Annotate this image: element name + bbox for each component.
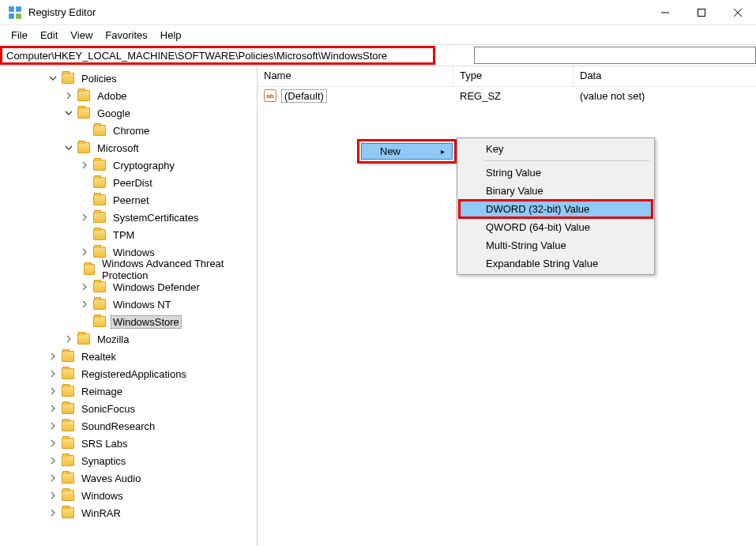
svg-rect-0 [9,6,14,12]
tree-node-label: RegisteredApplications [79,367,189,381]
tree-node[interactable]: Windows NT [0,296,257,313]
submenu-item[interactable]: String Value [459,164,653,182]
list-row[interactable]: ab (Default) REG_SZ (value not set) [258,87,756,104]
folder-icon [62,368,74,379]
context-submenu: KeyString ValueBinary ValueDWORD (32-bit… [457,137,655,275]
submenu-item[interactable]: Key [459,140,653,158]
tree-node[interactable]: RegisteredApplications [0,365,257,382]
tree-pane[interactable]: PoliciesAdobeGoogleChromeMicrosoftCrypto… [0,66,258,546]
value-type: REG_SZ [453,87,574,104]
tree-node-label: SRS Labs [79,437,130,450]
chevron-down-icon[interactable] [47,73,58,84]
menu-favorites[interactable]: Favorites [99,28,153,43]
svg-rect-5 [698,9,705,16]
chevron-right-icon[interactable] [47,351,58,362]
tree-node[interactable]: SRS Labs [0,435,257,452]
chevron-right-icon[interactable] [47,473,58,484]
col-type[interactable]: Type [453,66,574,86]
tree-node[interactable]: WinRAR [0,504,257,522]
tree-node-label: Mozilla [95,333,131,346]
chevron-right-icon[interactable] [47,420,58,431]
list-pane[interactable]: Name Type Data ab (Default) REG_SZ (valu… [258,66,756,546]
tree-node[interactable]: Windows [0,487,257,504]
minimize-button[interactable] [647,0,683,25]
context-menu-label: New [380,145,401,157]
submenu-item[interactable]: QWORD (64-bit) Value [459,218,653,236]
chevron-right-icon[interactable] [79,247,90,258]
tree-node[interactable]: Policies [0,70,257,87]
addressbar-blank-field[interactable] [474,47,756,64]
tree-node[interactable]: Peernet [0,191,257,209]
chevron-right-icon[interactable] [63,90,74,101]
chevron-right-icon[interactable] [47,368,58,379]
tree-node[interactable]: Synaptics [0,452,257,469]
maximize-button[interactable] [683,0,720,25]
folder-icon [77,333,90,345]
tree-node[interactable]: TPM [0,226,257,243]
folder-icon [62,386,74,397]
addressbar[interactable]: Computer\HKEY_LOCAL_MACHINE\SOFTWARE\Pol… [0,48,474,63]
folder-icon [93,281,106,292]
col-name[interactable]: Name [258,66,453,86]
chevron-right-icon: ▸ [441,147,445,156]
tree-node[interactable]: Google [0,104,257,122]
regedit-icon [8,6,22,20]
menu-view[interactable]: View [64,28,99,43]
chevron-down-icon[interactable] [63,142,74,153]
main-split: PoliciesAdobeGoogleChromeMicrosoftCrypto… [0,66,756,546]
tree-node-label: Cryptography [111,159,177,172]
tree-node[interactable]: Windows Advanced Threat Protection [0,261,257,278]
chevron-right-icon[interactable] [47,490,58,501]
close-button[interactable] [720,0,756,25]
tree-node[interactable]: SystemCertificates [0,209,257,226]
folder-icon [93,316,106,327]
chevron-down-icon[interactable] [63,107,74,119]
chevron-right-icon[interactable] [79,160,90,171]
folder-icon [93,177,106,188]
tree-node[interactable]: Chrome [0,122,257,139]
submenu-item[interactable]: DWORD (32-bit) Value [459,200,653,218]
tree-node[interactable]: Waves Audio [0,469,257,487]
tree-node[interactable]: SoundResearch [0,417,257,435]
menubar: File Edit View Favorites Help [0,25,756,44]
value-name: (Default) [281,89,327,103]
tree-node[interactable]: WindowsStore [0,313,257,330]
tree-node-label: Google [95,107,133,120]
folder-icon [77,90,90,101]
tree-node-label: Windows Defender [111,281,202,294]
chevron-right-icon[interactable] [47,403,58,414]
submenu-item[interactable]: Multi-String Value [459,236,653,254]
folder-icon [93,299,106,310]
submenu-item[interactable]: Expandable String Value [459,254,653,273]
context-menu-item-new[interactable]: New ▸ [361,143,453,160]
submenu-item[interactable]: Binary Value [459,182,653,200]
col-data[interactable]: Data [574,66,756,86]
chevron-right-icon[interactable] [79,212,90,223]
chevron-right-icon[interactable] [47,455,58,466]
tree-node-label: Realtek [79,350,118,363]
menu-help[interactable]: Help [154,28,188,43]
chevron-right-icon[interactable] [79,281,90,292]
chevron-right-icon[interactable] [63,333,74,345]
chevron-right-icon[interactable] [79,299,90,310]
tree-node[interactable]: SonicFocus [0,400,257,417]
tree-node[interactable]: PeerDist [0,174,257,191]
menu-file[interactable]: File [5,28,34,43]
menu-edit[interactable]: Edit [34,28,64,43]
chevron-right-icon[interactable] [47,507,58,518]
tree-node[interactable]: Reimage [0,382,257,400]
folder-icon [62,420,74,431]
tree-node[interactable]: Adobe [0,87,257,104]
tree-node[interactable]: Realtek [0,348,257,365]
chevron-right-icon[interactable] [47,386,58,397]
context-menu: New ▸ [359,141,455,162]
value-data: (value not set) [574,87,756,104]
tree-node-label: Windows NT [111,298,174,311]
tree-node[interactable]: Mozilla [0,330,257,348]
tree-node[interactable]: Cryptography [0,156,257,174]
folder-icon [93,247,106,258]
chevron-right-icon[interactable] [47,438,58,449]
tree-node-label: Microsoft [95,141,141,155]
tree-node-label: Waves Audio [79,472,143,485]
tree-node[interactable]: Microsoft [0,139,257,156]
